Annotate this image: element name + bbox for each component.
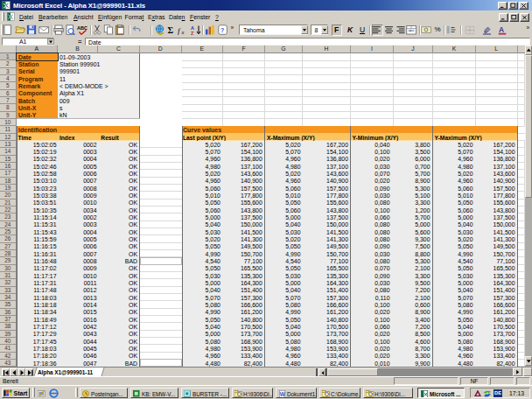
svg-text:W: W bbox=[279, 391, 285, 397]
